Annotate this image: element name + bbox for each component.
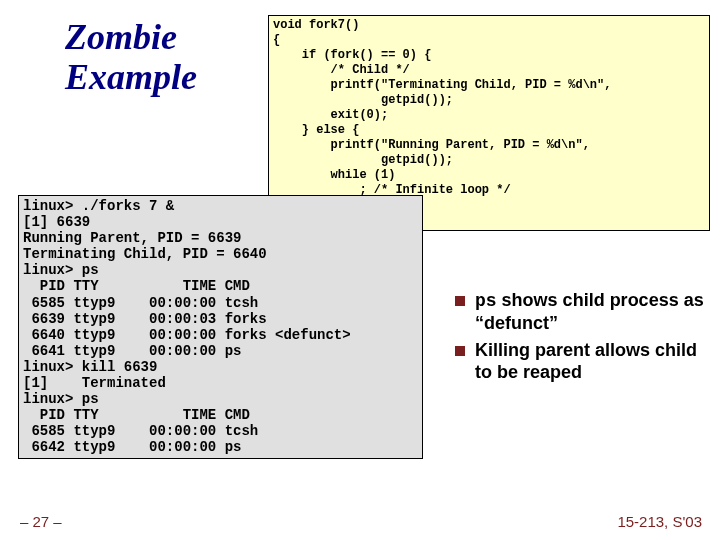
title-line-1: Zombie <box>65 17 177 57</box>
page-number: – 27 – <box>20 513 62 530</box>
title-line-2: Example <box>65 57 197 97</box>
bullet-1-cmd: ps <box>475 291 497 311</box>
bullet-square-icon <box>455 346 465 356</box>
terminal-output-text: linux> ./forks 7 & [1] 6639 Running Pare… <box>23 198 351 455</box>
course-label: 15-213, S'03 <box>617 513 702 530</box>
bullet-item-1: ps shows child process as “defunct” <box>455 290 705 334</box>
bullet-square-icon <box>455 296 465 306</box>
terminal-output-box: linux> ./forks 7 & [1] 6639 Running Pare… <box>18 195 423 459</box>
bullet-list: ps shows child process as “defunct” Kill… <box>455 290 705 389</box>
bullet-item-2: Killing parent allows child to be reaped <box>455 340 705 383</box>
bullet-1-rest: shows child process as “defunct” <box>475 290 704 333</box>
slide-title: Zombie Example <box>65 18 197 97</box>
bullet-2-text: Killing parent allows child to be reaped <box>475 340 705 383</box>
bullet-1-text: ps shows child process as “defunct” <box>475 290 705 334</box>
